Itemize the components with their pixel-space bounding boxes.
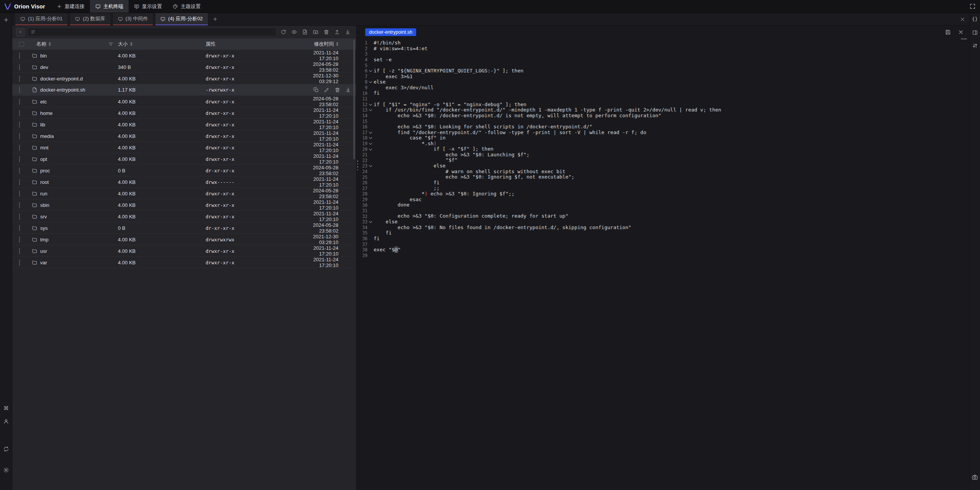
select-all-checkbox[interactable] [19,42,24,47]
table-row[interactable]: mnt 4.00 KB drwxr-xr-x 2021-11-24 17:20:… [12,142,356,153]
tab-terminal-4[interactable]: (4) 应用-分析02 [155,13,207,25]
file-name[interactable]: docker-entrypoint.sh [40,87,85,93]
file-name[interactable]: etc [40,99,47,105]
file-name[interactable]: usr [40,248,47,254]
new-file-icon[interactable] [301,28,309,36]
fold-chevron-icon[interactable] [368,137,374,139]
file-name[interactable]: proc [40,168,50,174]
row-checkbox[interactable] [19,248,20,254]
tab-terminal-1[interactable]: (1) 应用-分析01 [15,13,67,25]
table-row[interactable]: root 4.00 KB drwx------ 2021-11-24 17:20… [12,176,356,188]
fold-chevron-icon[interactable] [368,148,374,151]
sort-icon[interactable] [49,42,51,46]
transfer-swap-icon[interactable] [972,42,978,49]
row-checkbox[interactable] [19,98,20,105]
sync-icon[interactable] [3,446,10,452]
settings-gear-icon[interactable] [3,467,10,474]
file-name[interactable]: sys [40,225,48,231]
panel-layout-icon[interactable] [972,29,978,36]
close-panel-icon[interactable] [960,13,965,26]
row-checkbox[interactable] [19,156,20,162]
close-icon[interactable] [957,29,964,36]
table-row[interactable]: run 4.00 KB drwxr-xr-x 2024-05-28 23:58:… [12,188,356,199]
panel-splitter[interactable] [356,26,359,490]
table-row[interactable]: opt 4.00 KB drwxr-xr-x 2021-11-24 17:20:… [12,153,356,165]
new-tab-plus-icon[interactable] [211,15,220,24]
file-name[interactable]: run [40,191,47,197]
row-checkbox[interactable] [19,64,20,70]
column-header-size[interactable]: 大小 [118,41,128,48]
file-name[interactable]: var [40,260,47,265]
download-icon[interactable] [345,87,351,93]
file-name[interactable]: sbin [40,202,49,208]
row-checkbox[interactable] [19,179,20,185]
table-row[interactable]: home 4.00 KB drwxr-xr-x 2021-11-24 17:20… [12,107,356,119]
edit-pencil-icon[interactable] [323,87,330,93]
table-row[interactable]: sys 0 B dr-xr-xr-x 2024-05-28 23:58:02 [12,222,356,234]
fold-chevron-icon[interactable] [368,109,374,111]
download-icon[interactable] [344,28,351,36]
row-checkbox[interactable] [19,190,20,197]
column-header-modified[interactable]: 修改时间 [314,41,334,48]
file-name[interactable]: bin [40,53,47,59]
delete-trash-icon[interactable] [334,87,340,93]
row-checkbox[interactable] [19,52,20,59]
row-checkbox[interactable] [19,110,20,116]
new-folder-icon[interactable] [312,28,319,36]
editor-scrollbar-thumb[interactable] [961,38,967,39]
table-row[interactable]: docker-entrypoint.d 4.00 KB drwxr-xr-x 2… [12,73,356,84]
row-checkbox[interactable] [19,121,20,128]
tab-terminal-2[interactable]: (2) 数据库 [70,13,110,25]
file-name[interactable]: srv [40,214,47,220]
preview-eye-icon[interactable] [290,28,298,36]
row-checkbox[interactable] [19,236,20,243]
row-checkbox[interactable] [19,202,20,208]
save-icon[interactable] [944,29,951,36]
file-name[interactable]: root [40,179,49,185]
upload-icon[interactable] [333,28,341,36]
nav-host-terminal[interactable]: 主机终端 [90,0,129,13]
fold-chevron-icon[interactable] [368,103,374,106]
copy-path-icon[interactable] [313,87,319,93]
fold-chevron-icon[interactable] [368,131,374,134]
new-terminal-plus-icon[interactable] [3,16,10,23]
back-button[interactable] [16,28,24,36]
row-checkbox[interactable] [19,144,20,151]
command-icon[interactable] [3,405,10,411]
row-checkbox[interactable] [19,167,20,174]
row-checkbox[interactable] [19,133,20,139]
file-list-scrollbar[interactable] [353,40,355,159]
file-name[interactable]: opt [40,156,47,162]
table-row[interactable]: srv 4.00 KB drwxr-xr-x 2021-11-24 17:20:… [12,211,356,222]
screenshot-camera-icon[interactable] [972,474,978,480]
fold-chevron-icon[interactable] [368,143,374,145]
nav-display-settings[interactable]: 显示设置 [129,0,167,13]
file-name[interactable]: home [40,110,53,116]
row-checkbox[interactable] [19,225,20,231]
refresh-icon[interactable] [279,28,287,36]
column-header-attr[interactable]: 属性 [206,41,216,48]
braces-icon[interactable]: {} [972,15,978,22]
tab-terminal-3[interactable]: (3) 中间件 [113,13,153,25]
file-name[interactable]: tmp [40,237,49,243]
nav-new-connection[interactable]: 新建连接 [51,0,90,13]
file-name[interactable]: dev [40,64,48,70]
fold-chevron-icon[interactable] [368,221,374,223]
file-name[interactable]: lib [40,122,45,128]
row-checkbox[interactable] [19,259,20,266]
table-row[interactable]: var 4.00 KB drwxr-xr-x 2021-11-24 17:20:… [12,257,356,268]
table-row[interactable]: sbin 4.00 KB drwxr-xr-x 2021-11-24 17:20… [12,199,356,211]
table-row[interactable]: dev 340 B drwxr-xr-x 2024-05-28 23:58:02 [12,61,356,73]
table-row[interactable]: usr 4.00 KB drwxr-xr-x 2021-11-24 17:20:… [12,245,356,257]
filter-funnel-icon[interactable] [108,42,113,47]
table-row[interactable]: tmp 4.00 KB drwxrwxrwx 2021-12-30 03:29:… [12,234,356,245]
nav-theme-settings[interactable]: 主题设置 [167,0,206,13]
table-row[interactable]: etc 4.00 KB drwxr-xr-x 2024-05-28 23:58:… [12,96,356,107]
column-header-name[interactable]: 名称 [36,41,46,48]
sort-icon[interactable] [130,42,132,46]
fold-chevron-icon[interactable] [368,81,374,83]
file-name[interactable]: docker-entrypoint.d [40,76,83,82]
sort-icon[interactable] [336,42,338,46]
table-row[interactable]: docker-entrypoint.sh 1.17 KB -rwxrwxr-x [12,84,356,96]
row-checkbox[interactable] [19,75,20,82]
